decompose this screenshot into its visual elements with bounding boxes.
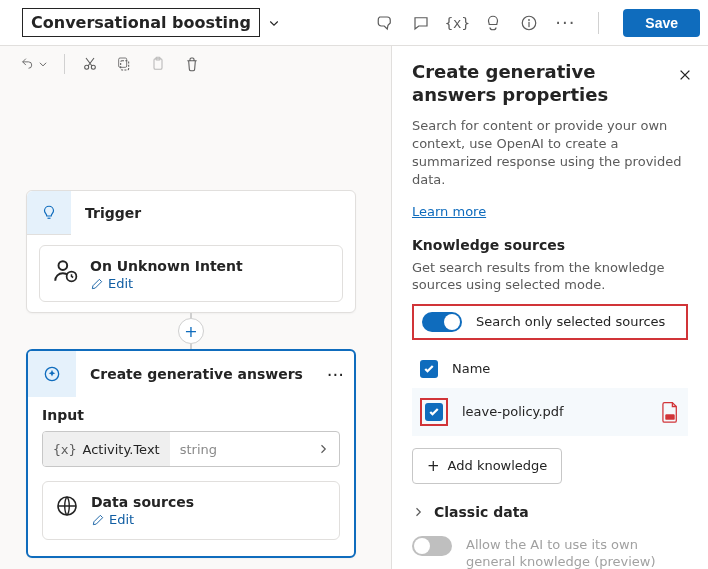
copilot-icon[interactable] (376, 14, 394, 32)
topic-name[interactable]: Conversational boosting (22, 8, 260, 37)
copy-icon[interactable] (115, 55, 133, 73)
info-icon[interactable] (520, 14, 538, 32)
chevron-right-icon (412, 506, 424, 518)
column-name: Name (452, 361, 490, 376)
cut-icon[interactable] (81, 55, 99, 73)
divider (598, 12, 599, 34)
sparkle-icon (28, 351, 76, 397)
person-icon (52, 258, 78, 284)
learn-more-link[interactable]: Learn more (412, 204, 486, 219)
more-icon[interactable]: ··· (556, 14, 574, 32)
source-name: leave-policy.pdf (462, 404, 646, 419)
close-icon[interactable] (678, 68, 692, 82)
delete-icon[interactable] (183, 55, 201, 73)
variables-icon[interactable]: {x} (448, 14, 466, 32)
divider (64, 54, 65, 74)
lightbulb-icon (27, 191, 71, 235)
trigger-node[interactable]: Trigger On Unknown Intent Edit (26, 190, 356, 313)
search-selected-toggle[interactable] (422, 312, 462, 332)
node-more-icon[interactable]: ··· (327, 364, 354, 385)
edit-trigger-link[interactable]: Edit (90, 276, 243, 291)
globe-icon (55, 494, 79, 518)
data-sources-label: Data sources (91, 494, 194, 510)
source-row[interactable]: leave-policy.pdf (412, 388, 688, 436)
svg-rect-6 (119, 58, 127, 67)
svg-rect-5 (121, 61, 129, 70)
knowledge-sources-desc: Get search results from the knowledge so… (412, 259, 688, 294)
pdf-icon (660, 401, 680, 423)
on-unknown-label: On Unknown Intent (90, 258, 243, 274)
sources-header: Name (412, 350, 688, 388)
data-sources-card[interactable]: Data sources Edit (42, 481, 340, 540)
variable-icon: {x} (53, 442, 76, 457)
edit-data-sources-link[interactable]: Edit (91, 512, 194, 527)
svg-point-1 (528, 19, 530, 21)
panel-title: Create generative answers properties (412, 60, 662, 107)
input-label: Input (42, 407, 340, 423)
panel-desc: Search for content or provide your own c… (412, 117, 688, 190)
add-node-button[interactable]: + (178, 318, 204, 344)
paste-icon[interactable] (149, 55, 167, 73)
svg-point-9 (59, 261, 68, 270)
add-knowledge-button[interactable]: + Add knowledge (412, 448, 562, 484)
allow-ai-label: Allow the AI to use its own general know… (466, 536, 666, 569)
search-selected-label: Search only selected sources (476, 314, 665, 329)
allow-ai-toggle[interactable] (412, 536, 452, 556)
allow-ai-row: Allow the AI to use its own general know… (412, 536, 688, 569)
generative-answers-label: Create generative answers (76, 366, 327, 382)
plus-icon: + (427, 457, 440, 475)
chevron-down-icon[interactable] (266, 15, 282, 31)
input-var-name: Activity.Text (82, 442, 159, 457)
search-selected-toggle-row: Search only selected sources (412, 304, 688, 340)
chevron-right-icon (307, 443, 339, 455)
classic-data-toggle[interactable]: Classic data (412, 504, 688, 520)
input-picker[interactable]: {x} Activity.Text string (42, 431, 340, 467)
knowledge-sources-title: Knowledge sources (412, 237, 688, 253)
undo-button[interactable] (20, 56, 48, 72)
analytics-icon[interactable] (484, 14, 502, 32)
generative-answers-node[interactable]: Create generative answers ··· Input {x} … (26, 349, 356, 558)
select-all-checkbox[interactable] (420, 360, 438, 378)
input-var-type: string (170, 442, 307, 457)
trigger-card[interactable]: On Unknown Intent Edit (39, 245, 343, 302)
comment-icon[interactable] (412, 14, 430, 32)
svg-rect-2 (529, 21, 530, 26)
svg-rect-13 (665, 414, 674, 420)
source-checkbox[interactable] (425, 403, 443, 421)
save-button[interactable]: Save (623, 9, 700, 37)
trigger-label: Trigger (71, 205, 141, 221)
